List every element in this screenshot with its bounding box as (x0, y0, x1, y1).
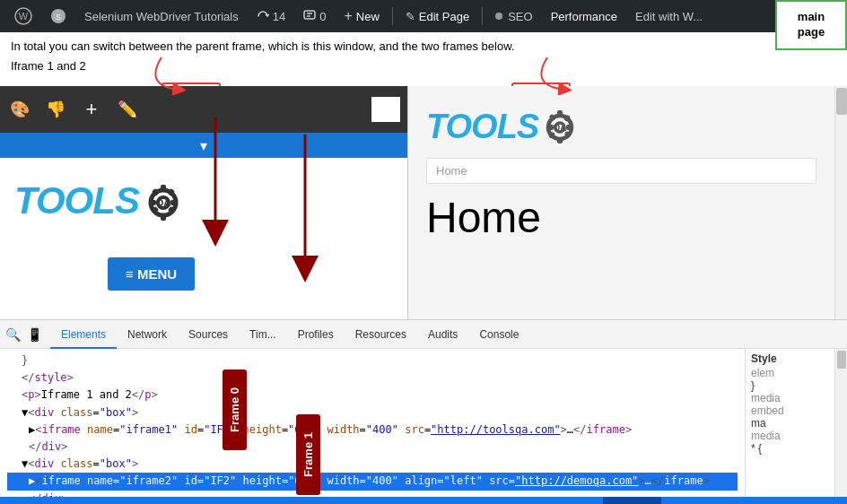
breadcrumb-main[interactable]: div#main.bg-under-widget.sidebar-right (119, 497, 301, 504)
edit-with-button[interactable]: Edit with W... (628, 0, 710, 32)
media-label2: media (751, 430, 829, 442)
tab-network[interactable]: Network (117, 320, 178, 349)
iframe1-logo: TOOLS QA (408, 86, 834, 158)
new-button[interactable]: + New (336, 0, 386, 32)
breadcrumb-wfcontainer[interactable]: div.wf-container-main (362, 497, 466, 504)
iframe0-logo: TOOLS QA (0, 158, 407, 243)
gear-qa-icon-1: QA (538, 104, 603, 149)
site-favicon: S (50, 8, 66, 24)
chevron-down-icon: ▾ (200, 137, 207, 154)
tab-resources[interactable]: Resources (345, 320, 417, 349)
breadcrumb-body[interactable]: body (37, 497, 69, 504)
tab-sources[interactable]: Sources (178, 320, 239, 349)
ma-label: ma (751, 417, 829, 430)
divider (392, 7, 393, 25)
page-area: In total you can switch between the pare… (0, 32, 847, 86)
breadcrumb-iframe-if2[interactable]: iframe#IF2 (603, 497, 661, 504)
seo-dot (495, 13, 502, 20)
tab-timeline[interactable]: Tim... (239, 320, 287, 349)
plus-icon: + (344, 8, 352, 24)
code-line-1: } (7, 352, 738, 369)
iframe1-home-heading: Home (426, 193, 816, 242)
code-line-6: </div> (7, 439, 738, 456)
devtools-code-panel: } </style> <p>Iframe 1 and 2</p> ▼<div c… (0, 349, 745, 497)
media-label: media (751, 392, 829, 404)
wp-logo[interactable]: W (7, 0, 39, 32)
svg-rect-4 (304, 11, 315, 19)
tab-console[interactable]: Console (468, 320, 529, 349)
iframes-row: 🎨 👎 + ✏️ ▾ TOOLS (0, 86, 847, 319)
refresh-icon (257, 10, 269, 22)
wordpress-icon: W (14, 7, 32, 25)
top-bar: W S Selenium WebDriver Tutorials 14 0 + … (0, 0, 847, 32)
devtools-scrollbar[interactable] (834, 349, 847, 497)
svg-text:W: W (19, 11, 29, 22)
svg-rect-20 (557, 110, 563, 117)
updates-button[interactable]: 14 (249, 0, 293, 32)
svg-rect-10 (161, 213, 166, 221)
site-name[interactable]: Selenium WebDriver Tutorials (77, 0, 246, 32)
comments-button[interactable]: 0 (296, 0, 333, 32)
elem-label: elem (751, 367, 829, 379)
breadcrumb-wfwrap[interactable]: div.wf-wrap (301, 497, 362, 504)
code-line-4: ▼<div class="box"> (7, 404, 738, 421)
breadcrumb-divbox[interactable]: div.box (562, 497, 603, 504)
iframe-subtitle: Iframe 1 and 2 (11, 57, 836, 75)
svg-text:QA: QA (554, 123, 567, 133)
devtools-device-button[interactable]: 📱 (25, 326, 43, 343)
thumb-down-icon[interactable]: 👎 (43, 97, 68, 122)
gear-qa-icon: QA (139, 176, 211, 225)
frame1-label: Frame 1 (296, 414, 320, 495)
comment-icon (303, 10, 316, 22)
star-rule: * { (751, 442, 829, 455)
breadcrumb-html[interactable]: html (7, 497, 37, 504)
breadcrumb-content[interactable]: div#content.content (466, 497, 562, 504)
add-icon[interactable]: + (79, 97, 104, 122)
svg-text:S: S (56, 13, 61, 22)
tab-elements[interactable]: Elements (50, 320, 117, 349)
embed-label: embed (751, 404, 829, 417)
code-line-7: ▼<div class="box"> (7, 456, 738, 473)
breadcrumb-bar: html body div#page div#main.bg-under-wid… (0, 497, 847, 504)
devtools-search-button[interactable]: 🔍 (4, 326, 22, 343)
code-line-3: <p>Iframe 1 and 2</p> (7, 387, 738, 404)
tab-audits[interactable]: Audits (417, 320, 468, 349)
iframe0-content: 🎨 👎 + ✏️ ▾ TOOLS (0, 86, 408, 319)
white-box (371, 97, 400, 122)
seo-button[interactable]: SEO (488, 0, 539, 32)
svg-rect-9 (161, 185, 166, 192)
edit-page-button[interactable]: ✎ Edit Page (398, 0, 476, 32)
tab-profiles[interactable]: Profiles (287, 320, 345, 349)
close-brace: } (751, 379, 829, 392)
frame0-label: Frame 0 (223, 369, 247, 450)
iframe1-content: TOOLS QA Home (408, 86, 834, 319)
svg-rect-21 (557, 137, 563, 143)
code-line-8[interactable]: ▶<iframe name="iframe2" id="IF2" height=… (7, 473, 738, 490)
iframe0-chevron[interactable]: ▾ (0, 133, 407, 158)
site-icon[interactable]: S (43, 0, 74, 32)
svg-rect-12 (170, 200, 178, 205)
edit-icon: ✎ (406, 10, 415, 23)
code-line-5: ▶<iframe name="iframe1" id="IF1" height=… (7, 421, 738, 439)
main-page-box: mainpage (775, 0, 847, 50)
iframe0-menu-button[interactable]: ≡ MENU (108, 257, 195, 291)
iframe0-toolbar: 🎨 👎 + ✏️ (0, 86, 407, 133)
iframe-scrollbar[interactable] (834, 86, 847, 319)
divider2 (482, 7, 483, 25)
iframe1-home-input: Home (426, 158, 816, 184)
page-description: In total you can switch between the pare… (11, 38, 836, 56)
pencil-icon[interactable]: ✏️ (115, 97, 140, 122)
breadcrumb-page[interactable]: div#page (69, 497, 120, 504)
performance-button[interactable]: Performance (544, 0, 624, 32)
svg-text:QA: QA (156, 197, 171, 208)
code-line-9: </div> (7, 491, 738, 498)
devtools-panel: 🔍 📱 Elements Network Sources Tim... Prof… (0, 319, 847, 497)
devtools-body: } </style> <p>Iframe 1 and 2</p> ▼<div c… (0, 349, 847, 497)
styles-label: Style (751, 352, 829, 365)
code-line-2: </style> (7, 369, 738, 387)
devtools-styles-sidebar: Style elem } media embed ma media * { (745, 349, 834, 497)
palette-icon[interactable]: 🎨 (7, 97, 32, 122)
devtools-tabs: 🔍 📱 Elements Network Sources Tim... Prof… (0, 320, 847, 349)
svg-rect-23 (566, 125, 573, 130)
